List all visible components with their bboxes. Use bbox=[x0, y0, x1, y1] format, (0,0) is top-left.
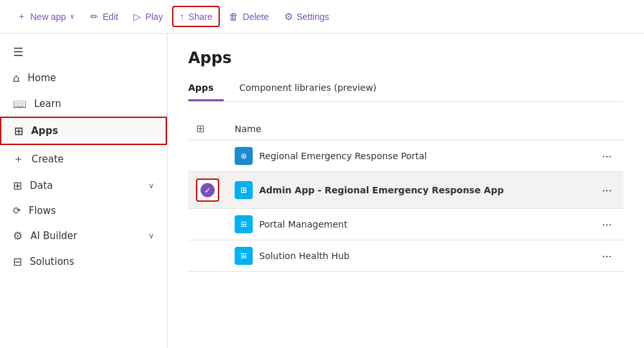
table-actions-header bbox=[582, 117, 623, 140]
selected-indicator: ✓ bbox=[196, 179, 219, 202]
row-more-cell: ··· bbox=[582, 140, 623, 172]
play-icon: ▷ bbox=[133, 11, 141, 23]
row-select-cell[interactable] bbox=[188, 240, 227, 272]
sidebar-item-apps[interactable]: ⊞ Apps bbox=[0, 117, 167, 145]
app-name: Portal Management bbox=[259, 219, 347, 229]
table-row[interactable]: ⊞Solution Health Hub··· bbox=[188, 240, 623, 272]
chevron-down-icon: ∨ bbox=[148, 181, 154, 190]
plus-icon: ＋ bbox=[17, 10, 26, 23]
share-icon: ↑ bbox=[180, 11, 185, 22]
row-name-cell: ⊞Portal Management bbox=[227, 209, 582, 240]
apps-table: ⊞ Name ⊕Regional Emergency Response Port… bbox=[188, 117, 623, 272]
main-layout: ☰ ⌂ Home 📖 Learn ⊞ Apps ＋ Create ⊞ Data … bbox=[0, 34, 644, 348]
row-more-cell: ··· bbox=[582, 172, 623, 209]
more-options-button[interactable]: ··· bbox=[598, 148, 616, 164]
flows-icon: ⟳ bbox=[13, 205, 21, 217]
app-icon: ⊞ bbox=[235, 247, 253, 265]
new-app-button[interactable]: ＋ New app ∨ bbox=[10, 6, 81, 26]
toolbar: ＋ New app ∨ ✏ Edit ▷ Play ↑ Share 🗑 Dele… bbox=[0, 0, 644, 34]
row-select-cell[interactable] bbox=[188, 209, 227, 240]
settings-button[interactable]: ⚙ Settings bbox=[278, 7, 336, 26]
tab-apps[interactable]: Apps bbox=[188, 77, 224, 101]
page-title: Apps bbox=[188, 49, 623, 67]
home-icon: ⌂ bbox=[13, 72, 20, 84]
row-select-cell[interactable] bbox=[188, 140, 227, 172]
create-icon: ＋ bbox=[13, 151, 24, 166]
trash-icon: 🗑 bbox=[229, 11, 239, 22]
table-name-header: Name bbox=[227, 117, 582, 140]
sidebar-item-create[interactable]: ＋ Create bbox=[0, 145, 167, 173]
sidebar-item-flows[interactable]: ⟳ Flows bbox=[0, 198, 167, 223]
sidebar-item-home[interactable]: ⌂ Home bbox=[0, 65, 167, 91]
app-grid-icon: ⊞ bbox=[196, 122, 204, 135]
solutions-icon: ⊟ bbox=[13, 255, 22, 268]
edit-icon: ✏ bbox=[90, 11, 99, 23]
checkmark-icon: ✓ bbox=[200, 183, 215, 197]
sidebar-item-solutions[interactable]: ⊟ Solutions bbox=[0, 249, 167, 275]
hamburger-icon: ☰ bbox=[13, 45, 23, 59]
row-more-cell: ··· bbox=[582, 209, 623, 240]
row-more-cell: ··· bbox=[582, 240, 623, 272]
table-row[interactable]: ⊕Regional Emergency Response Portal··· bbox=[188, 140, 623, 172]
edit-button[interactable]: ✏ Edit bbox=[84, 7, 124, 26]
sidebar-item-ai-builder[interactable]: ⚙ AI Builder ∨ bbox=[0, 223, 167, 249]
row-name-cell: ⊕Regional Emergency Response Portal bbox=[227, 140, 582, 172]
ai-builder-icon: ⚙ bbox=[13, 229, 23, 242]
content-area: Apps Apps Component libraries (preview) … bbox=[168, 34, 644, 348]
apps-icon: ⊞ bbox=[14, 124, 23, 137]
delete-button[interactable]: 🗑 Delete bbox=[222, 7, 275, 26]
play-button[interactable]: ▷ Play bbox=[127, 7, 169, 26]
table-select-col: ⊞ bbox=[188, 117, 227, 140]
sidebar-item-data[interactable]: ⊞ Data ∨ bbox=[0, 173, 167, 198]
data-icon: ⊞ bbox=[13, 179, 22, 192]
chevron-down-icon: ∨ bbox=[70, 12, 75, 21]
app-name: Admin App - Regional Emergency Response … bbox=[259, 185, 503, 195]
more-options-button[interactable]: ··· bbox=[598, 217, 616, 233]
app-name: Solution Health Hub bbox=[259, 251, 349, 261]
tab-component-libraries[interactable]: Component libraries (preview) bbox=[239, 77, 387, 101]
settings-icon: ⚙ bbox=[284, 11, 293, 23]
row-name-cell: ⊞Admin App - Regional Emergency Response… bbox=[227, 172, 582, 209]
app-icon: ⊞ bbox=[235, 181, 253, 199]
more-options-button[interactable]: ··· bbox=[598, 248, 616, 264]
sidebar: ☰ ⌂ Home 📖 Learn ⊞ Apps ＋ Create ⊞ Data … bbox=[0, 34, 168, 348]
chevron-down-icon: ∨ bbox=[148, 231, 154, 240]
tabs-bar: Apps Component libraries (preview) bbox=[188, 77, 623, 102]
table-row[interactable]: ⊞Portal Management··· bbox=[188, 209, 623, 240]
row-select-cell[interactable]: ✓ bbox=[188, 172, 227, 209]
table-row[interactable]: ✓⊞Admin App - Regional Emergency Respons… bbox=[188, 172, 623, 209]
app-icon: ⊞ bbox=[235, 215, 253, 233]
row-name-cell: ⊞Solution Health Hub bbox=[227, 240, 582, 272]
app-icon: ⊕ bbox=[235, 147, 253, 165]
hamburger-button[interactable]: ☰ bbox=[0, 39, 167, 65]
sidebar-item-learn[interactable]: 📖 Learn bbox=[0, 91, 167, 117]
learn-icon: 📖 bbox=[13, 97, 26, 110]
more-options-button[interactable]: ··· bbox=[598, 182, 616, 198]
share-button[interactable]: ↑ Share bbox=[172, 6, 220, 27]
app-name: Regional Emergency Response Portal bbox=[259, 151, 427, 161]
